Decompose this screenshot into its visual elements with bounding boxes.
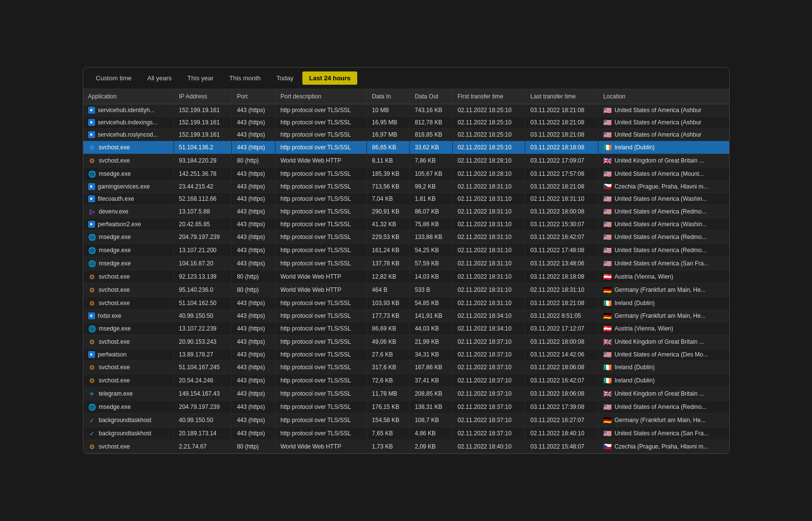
cell-port: 80 (http)	[232, 154, 275, 167]
cell-application: ■gamingservices.exe	[83, 181, 174, 193]
col-header-first-transfer-time[interactable]: First transfer time	[452, 89, 525, 104]
cell-port: 80 (http)	[232, 270, 275, 284]
col-header-location[interactable]: Location	[598, 89, 729, 104]
table-row[interactable]: ■perfwatson2.exe20.42.65.85443 (https)ht…	[83, 218, 729, 231]
flag-icon: 🇺🇸	[603, 209, 612, 214]
cell-application: ⚙svchost.exe	[83, 335, 174, 349]
table-row[interactable]: ✓backgroundtaskhost20.189.173.14443 (htt…	[83, 427, 729, 440]
table-row[interactable]: ✓backgroundtaskhost40.99.150.50443 (http…	[83, 414, 729, 427]
col-header-last-transfer-time[interactable]: Last transfer time	[525, 89, 598, 104]
table-row[interactable]: ⚙svchost.exe95.140.236.080 (http)World W…	[83, 284, 729, 297]
toolbar-btn-this-year[interactable]: This year	[180, 71, 220, 85]
table-row[interactable]: ■hxtsr.exe40.99.150.50443 (https)http pr…	[83, 310, 729, 322]
col-header-port[interactable]: Port	[232, 89, 275, 104]
toolbar-btn-custom-time[interactable]: Custom time	[89, 71, 139, 85]
col-header-data-out[interactable]: Data Out	[410, 89, 452, 104]
col-header-port-description[interactable]: Port description	[275, 89, 367, 104]
cell-application: 🌐msedge.exe	[83, 257, 174, 270]
table-row[interactable]: 🌐msedge.exe104.16.87.20443 (https)http p…	[83, 257, 729, 270]
cell-application: ■perfwatson2.exe	[83, 218, 174, 231]
col-header-ip-address[interactable]: IP Address	[174, 89, 232, 104]
table-row[interactable]: ■gamingservices.exe23.44.215.42443 (http…	[83, 181, 729, 193]
cell-location: 🇮🇪Ireland (Dublin)	[598, 361, 729, 374]
app-icon-square-blue: ■	[88, 195, 95, 202]
app-name-label: svchost.exe	[99, 157, 130, 164]
cell-data-in: 16,97 MB	[367, 129, 410, 141]
cell-location: 🇺🇸United States of America (Mount...	[598, 167, 729, 181]
app-icon-gear-orange: ⚙	[88, 299, 96, 307]
app-icon-edge: 🌐	[88, 325, 96, 332]
toolbar-btn-this-month[interactable]: This month	[222, 71, 268, 85]
table-row[interactable]: ▷devenv.exe13.107.5.88443 (https)http pr…	[83, 205, 729, 218]
table-row[interactable]: ⚙svchost.exe20.54.24.246443 (https)http …	[83, 374, 729, 387]
cell-last-time: 03.11.2022 8:51:05	[525, 310, 598, 322]
cell-last-time: 03.11.2022 18:06:08	[525, 387, 598, 401]
toolbar-btn-today[interactable]: Today	[270, 71, 300, 85]
table-row[interactable]: ⚙svchost.exe51.104.136.2443 (https)http …	[83, 141, 729, 154]
app-name-label: perfwatson	[98, 351, 127, 358]
cell-last-time: 03.11.2022 18:00:08	[525, 335, 598, 349]
cell-last-time: 03.11.2022 17:09:07	[525, 154, 598, 167]
cell-data-out: 99,2 KB	[410, 181, 452, 193]
col-header-application[interactable]: Application	[83, 89, 174, 104]
table-row[interactable]: ⚙svchost.exe2.21.74.6780 (http)World Wid…	[83, 440, 729, 453]
table-row[interactable]: 🌐msedge.exe13.107.21.200443 (https)http …	[83, 244, 729, 257]
cell-location: 🇬🇧United Kingdom of Great Britain ...	[598, 335, 729, 349]
cell-application: ■perfwatson	[83, 349, 174, 361]
app-icon-square-blue: ■	[88, 107, 95, 114]
app-name-label: svchost.exe	[99, 364, 130, 371]
cell-data-out: 75,86 KB	[410, 218, 452, 231]
cell-data-out: 743,16 KB	[410, 104, 452, 117]
table-row[interactable]: ■servicehub.identityh...152.199.19.16144…	[83, 104, 729, 117]
table-row[interactable]: ■servicehub.roslyncod...152.199.19.16144…	[83, 129, 729, 141]
cell-data-out: 54,85 KB	[410, 297, 452, 310]
cell-location: 🇺🇸United States of America (Washin...	[598, 218, 729, 231]
flag-icon: 🇦🇹	[603, 326, 612, 332]
cell-data-out: 138,31 KB	[410, 401, 452, 414]
cell-location: 🇺🇸United States of America (Redmo...	[598, 205, 729, 218]
table-row[interactable]: 🌐msedge.exe142.251.36.78443 (https)http …	[83, 167, 729, 181]
cell-desc: http protocol over TLS/SSL	[275, 117, 367, 129]
cell-application: 🌐msedge.exe	[83, 244, 174, 257]
cell-port: 443 (https)	[232, 231, 275, 244]
table-row[interactable]: ■filecoauth.exe52.168.112.66443 (https)h…	[83, 193, 729, 205]
cell-location: 🇺🇸United States of America (San Fra...	[598, 427, 729, 440]
flag-icon: 🇨🇿	[603, 444, 612, 450]
cell-ip: 51.104.162.50	[174, 297, 232, 310]
cell-data-in: 16,95 MB	[367, 117, 410, 129]
cell-last-time: 03.11.2022 17:12:07	[525, 322, 598, 335]
cell-application: ■servicehub.roslyncod...	[83, 129, 174, 141]
table-container[interactable]: ApplicationIP AddressPortPort descriptio…	[83, 89, 729, 453]
table-row[interactable]: ⚙svchost.exe93.184.220.2980 (http)World …	[83, 154, 729, 167]
cell-first-time: 02.11.2022 18:34:10	[452, 322, 525, 335]
cell-first-time: 02.11.2022 18:37:10	[452, 374, 525, 387]
cell-first-time: 02.11.2022 18:25:10	[452, 129, 525, 141]
app-icon-gear-orange: ⚙	[88, 443, 96, 450]
table-row[interactable]: ⚙svchost.exe20.90.153.243443 (https)http…	[83, 335, 729, 349]
cell-port: 443 (https)	[232, 129, 275, 141]
toolbar-btn-all-years[interactable]: All years	[140, 71, 178, 85]
cell-first-time: 02.11.2022 18:31:10	[452, 244, 525, 257]
cell-desc: http protocol over TLS/SSL	[275, 401, 367, 414]
app-name-label: svchost.exe	[99, 443, 130, 450]
cell-data-out: 37,41 KB	[410, 374, 452, 387]
col-header-data-in[interactable]: Data In	[367, 89, 410, 104]
flag-icon: 🇮🇪	[603, 378, 612, 383]
cell-ip: 51.104.167.245	[174, 361, 232, 374]
table-row[interactable]: ✈telegram.exe149.154.167.43443 (https)ht…	[83, 387, 729, 401]
cell-first-time: 02.11.2022 18:31:10	[452, 270, 525, 284]
cell-location: 🇨🇿Czechia (Prague, Praha, Hlavni m...	[598, 181, 729, 193]
table-row[interactable]: ⚙svchost.exe92.123.13.13980 (http)World …	[83, 270, 729, 284]
table-row[interactable]: ■servicehub.indexings...152.199.19.16144…	[83, 117, 729, 129]
cell-port: 443 (https)	[232, 335, 275, 349]
location-label: Germany (Frankfurt am Main, He...	[615, 312, 706, 319]
table-row[interactable]: ■perfwatson13.89.178.27443 (https)http p…	[83, 349, 729, 361]
flag-icon: 🇺🇸	[603, 234, 612, 240]
table-row[interactable]: ⚙svchost.exe51.104.167.245443 (https)htt…	[83, 361, 729, 374]
table-row[interactable]: 🌐msedge.exe204.79.197.239443 (https)http…	[83, 231, 729, 244]
table-row[interactable]: ⚙svchost.exe51.104.162.50443 (https)http…	[83, 297, 729, 310]
toolbar-btn-last-24-hours[interactable]: Last 24 hours	[302, 71, 358, 85]
table-row[interactable]: 🌐msedge.exe13.107.22.239443 (https)http …	[83, 322, 729, 335]
cell-first-time: 02.11.2022 18:31:10	[452, 284, 525, 297]
table-row[interactable]: 🌐msedge.exe204.79.197.239443 (https)http…	[83, 401, 729, 414]
